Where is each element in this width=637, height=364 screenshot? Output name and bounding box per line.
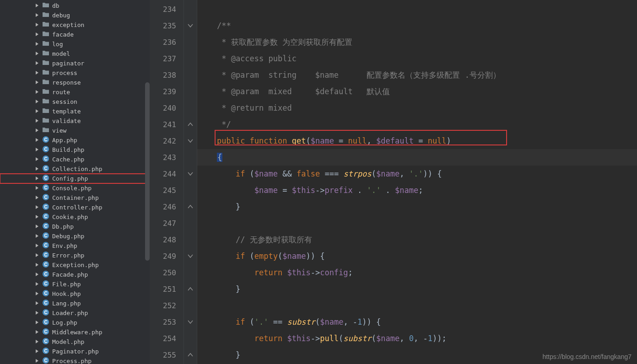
- file-explorer-sidebar[interactable]: dbdebugexceptionfacadelogmodelpaginatorp…: [0, 0, 150, 364]
- code-line-237[interactable]: * @access public: [197, 50, 637, 67]
- line-number: 254: [150, 330, 184, 347]
- code-line-248[interactable]: // 无参数时获取所有: [197, 231, 637, 248]
- code-line-243[interactable]: {: [197, 149, 637, 166]
- fold-column[interactable]: [184, 0, 197, 364]
- tree-item-collection-php[interactable]: CCollection.php: [0, 164, 150, 174]
- tree-item-paginator[interactable]: paginator: [0, 59, 150, 68]
- fold-marker[interactable]: [184, 1, 197, 17]
- code-line-241[interactable]: */: [197, 116, 637, 133]
- tree-item-session[interactable]: session: [0, 97, 150, 107]
- tree-item-facade[interactable]: facade: [0, 30, 150, 39]
- tree-item-process[interactable]: process: [0, 68, 150, 78]
- fold-marker[interactable]: [184, 231, 197, 248]
- tree-item-cache-php[interactable]: CCache.php: [0, 155, 150, 164]
- tree-item-debug-php[interactable]: CDebug.php: [0, 231, 150, 241]
- tree-item-container-php[interactable]: CContainer.php: [0, 193, 150, 203]
- code-line-246[interactable]: }: [197, 198, 637, 215]
- chevron-right-icon: [35, 89, 42, 96]
- code-line-244[interactable]: if ($name && false === strpos($name, '.'…: [197, 166, 637, 182]
- folder-icon: [42, 21, 52, 29]
- tree-item-loader-php[interactable]: CLoader.php: [0, 308, 150, 318]
- tree-item-label: Paginator.php: [52, 348, 99, 355]
- tree-item-error-php[interactable]: CError.php: [0, 251, 150, 260]
- code-line-239[interactable]: * @param mixed $default 默认值: [197, 83, 637, 100]
- tree-item-label: Debug.php: [52, 233, 84, 240]
- fold-marker[interactable]: [184, 281, 197, 297]
- tree-item-config-php[interactable]: CConfig.php: [0, 174, 150, 183]
- code-line-254[interactable]: return $this->pull(substr($name, 0, -1))…: [197, 330, 637, 347]
- fold-marker[interactable]: [184, 17, 197, 34]
- fold-marker[interactable]: [184, 67, 197, 83]
- code-line-242[interactable]: public function get($name = null, $defau…: [197, 133, 637, 149]
- code-line-240[interactable]: * @return mixed: [197, 100, 637, 116]
- fold-marker[interactable]: [184, 166, 197, 182]
- tree-item-app-php[interactable]: CApp.php: [0, 135, 150, 145]
- tree-item-console-php[interactable]: CConsole.php: [0, 183, 150, 193]
- tree-item-facade-php[interactable]: CFacade.php: [0, 270, 150, 279]
- tree-item-debug[interactable]: debug: [0, 11, 150, 20]
- tree-item-cookie-php[interactable]: CCookie.php: [0, 212, 150, 222]
- tree-item-build-php[interactable]: CBuild.php: [0, 145, 150, 155]
- chevron-right-icon: [35, 233, 42, 240]
- fold-marker[interactable]: [184, 248, 197, 264]
- chevron-right-icon: [35, 70, 42, 76]
- code-line-247[interactable]: [197, 215, 637, 231]
- fold-marker[interactable]: [184, 297, 197, 314]
- tree-item-view[interactable]: view: [0, 126, 150, 135]
- tree-item-db-php[interactable]: CDb.php: [0, 222, 150, 231]
- tree-item-validate[interactable]: validate: [0, 116, 150, 126]
- fold-marker[interactable]: [184, 198, 197, 215]
- tree-item-response[interactable]: response: [0, 78, 150, 87]
- fold-marker[interactable]: [184, 347, 197, 363]
- folder-icon: [42, 117, 52, 125]
- code-area[interactable]: /** * 获取配置参数 为空则获取所有配置 * @access public …: [197, 0, 637, 364]
- line-number: 243: [150, 149, 184, 166]
- tree-item-hook-php[interactable]: CHook.php: [0, 289, 150, 299]
- fold-marker[interactable]: [184, 116, 197, 133]
- code-editor[interactable]: 2342352362372382392402412422432442452462…: [150, 0, 637, 364]
- fold-marker[interactable]: [184, 34, 197, 50]
- code-line-250[interactable]: return $this->config;: [197, 264, 637, 281]
- code-line-234[interactable]: [197, 1, 637, 17]
- fold-marker[interactable]: [184, 182, 197, 198]
- sidebar-scrollbar-thumb[interactable]: [145, 82, 150, 261]
- fold-marker[interactable]: [184, 330, 197, 347]
- fold-marker[interactable]: [184, 149, 197, 166]
- tree-item-paginator-php[interactable]: CPaginator.php: [0, 347, 150, 356]
- chevron-right-icon: [35, 79, 42, 86]
- tree-item-exception-php[interactable]: CException.php: [0, 260, 150, 270]
- code-line-249[interactable]: if (empty($name)) {: [197, 248, 637, 264]
- tree-item-middleware-php[interactable]: CMiddleware.php: [0, 327, 150, 337]
- tree-item-log-php[interactable]: CLog.php: [0, 318, 150, 327]
- code-line-253[interactable]: if ('.' == substr($name, -1)) {: [197, 314, 637, 330]
- tree-item-log[interactable]: log: [0, 39, 150, 49]
- tree-item-exception[interactable]: exception: [0, 20, 150, 30]
- tree-item-model-php[interactable]: CModel.php: [0, 337, 150, 347]
- tree-item-label: Cache.php: [52, 156, 84, 163]
- sidebar-scrollbar[interactable]: [145, 0, 150, 364]
- tree-item-file-php[interactable]: CFile.php: [0, 279, 150, 289]
- fold-marker[interactable]: [184, 215, 197, 231]
- tree-item-template[interactable]: template: [0, 107, 150, 116]
- code-line-252[interactable]: [197, 297, 637, 314]
- chevron-right-icon: [35, 358, 42, 364]
- tree-item-env-php[interactable]: CEnv.php: [0, 241, 150, 251]
- code-line-245[interactable]: $name = $this->prefix . '.' . $name;: [197, 182, 637, 198]
- code-line-236[interactable]: * 获取配置参数 为空则获取所有配置: [197, 34, 637, 50]
- fold-marker[interactable]: [184, 100, 197, 116]
- tree-item-model[interactable]: model: [0, 49, 150, 59]
- tree-item-process-php[interactable]: CProcess.php: [0, 356, 150, 364]
- code-line-251[interactable]: }: [197, 281, 637, 297]
- fold-marker[interactable]: [184, 314, 197, 330]
- fold-marker[interactable]: [184, 264, 197, 281]
- tree-item-lang-php[interactable]: CLang.php: [0, 299, 150, 308]
- tree-item-route[interactable]: route: [0, 87, 150, 97]
- fold-marker[interactable]: [184, 50, 197, 67]
- fold-marker[interactable]: [184, 133, 197, 149]
- tree-item-db[interactable]: db: [0, 1, 150, 11]
- fold-marker[interactable]: [184, 83, 197, 100]
- code-line-235[interactable]: /**: [197, 17, 637, 34]
- tree-item-controller-php[interactable]: CController.php: [0, 203, 150, 212]
- chevron-right-icon: [35, 310, 42, 316]
- code-line-238[interactable]: * @param string $name 配置参数名（支持多级配置 .号分割）: [197, 67, 637, 83]
